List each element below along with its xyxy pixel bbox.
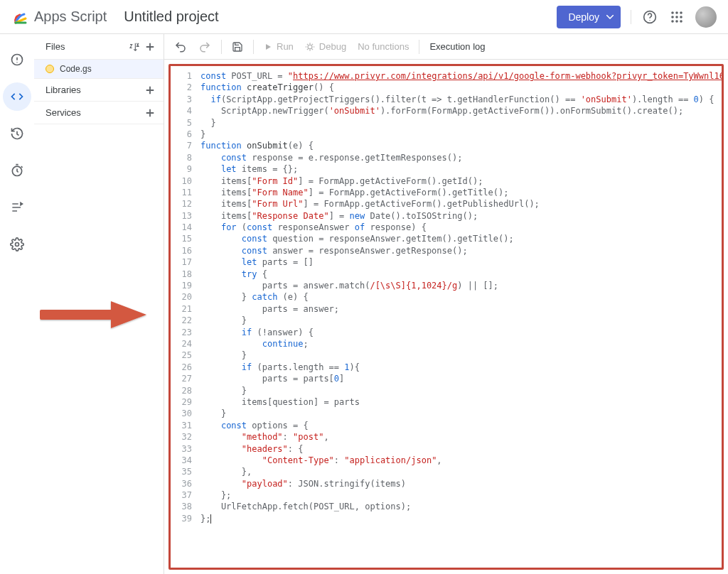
svg-point-8 — [671, 20, 674, 23]
left-rail — [0, 34, 34, 574]
debug-button[interactable]: Debug — [301, 38, 350, 55]
svg-point-12 — [16, 62, 17, 63]
svg-point-6 — [675, 16, 678, 18]
file-name: Code.gs — [60, 64, 92, 74]
libraries-label: Libraries — [46, 85, 81, 95]
svg-point-9 — [675, 20, 678, 23]
svg-point-7 — [680, 16, 682, 18]
help-icon[interactable] — [641, 9, 658, 26]
add-library-icon[interactable] — [142, 82, 158, 98]
divider — [631, 10, 631, 24]
services-label: Services — [46, 107, 81, 118]
rail-history-icon[interactable] — [3, 119, 31, 148]
project-title[interactable]: Untitled project — [124, 9, 557, 25]
app-header: Apps Script Untitled project Deploy — [0, 0, 728, 34]
services-row[interactable]: Services — [34, 102, 164, 124]
file-code-gs[interactable]: Code.gs — [34, 60, 164, 79]
svg-point-3 — [675, 11, 678, 14]
rail-triggers-icon[interactable] — [3, 156, 31, 185]
save-icon[interactable] — [228, 38, 247, 55]
main-area: Run Debug No functions Execution log 123… — [164, 34, 728, 574]
chevron-down-icon — [606, 15, 614, 19]
apps-script-logo-icon — [11, 9, 28, 26]
account-avatar[interactable] — [695, 6, 717, 28]
code-content[interactable]: const POST_URL = "https://www.privyr.com… — [196, 66, 722, 568]
code-editor[interactable]: 1234567891011121314151617181920212223242… — [168, 64, 724, 570]
rail-executions-icon[interactable] — [3, 193, 31, 222]
file-status-icon — [46, 65, 54, 73]
deploy-button[interactable]: Deploy — [557, 6, 621, 28]
undo-icon[interactable] — [170, 38, 191, 56]
files-label: Files — [46, 41, 65, 52]
libraries-row[interactable]: Libraries — [34, 79, 164, 102]
run-button[interactable]: Run — [259, 38, 298, 55]
rail-settings-icon[interactable] — [3, 230, 31, 259]
sort-az-icon[interactable] — [127, 39, 142, 55]
svg-point-14 — [16, 243, 19, 247]
rail-editor-icon[interactable] — [3, 82, 31, 111]
svg-point-2 — [671, 11, 674, 14]
line-gutter: 1234567891011121314151617181920212223242… — [171, 66, 196, 568]
function-picker[interactable]: No functions — [353, 38, 413, 55]
svg-point-5 — [671, 16, 674, 18]
svg-point-10 — [680, 20, 682, 23]
file-sidebar: Files Code.gs Libraries Services — [34, 34, 164, 574]
svg-point-15 — [308, 45, 312, 49]
brand-text: Apps Script — [34, 9, 107, 25]
redo-icon[interactable] — [194, 38, 215, 56]
apps-grid-icon[interactable] — [668, 9, 685, 26]
add-file-icon[interactable] — [142, 39, 158, 55]
rail-overview-icon[interactable] — [3, 45, 31, 74]
add-service-icon[interactable] — [142, 105, 158, 121]
svg-point-1 — [649, 19, 650, 20]
svg-point-4 — [680, 11, 682, 14]
files-header: Files — [34, 34, 164, 60]
editor-toolbar: Run Debug No functions Execution log — [164, 34, 728, 60]
deploy-label: Deploy — [568, 11, 599, 23]
editor-container: 1234567891011121314151617181920212223242… — [164, 60, 728, 574]
execution-log-button[interactable]: Execution log — [425, 38, 489, 55]
